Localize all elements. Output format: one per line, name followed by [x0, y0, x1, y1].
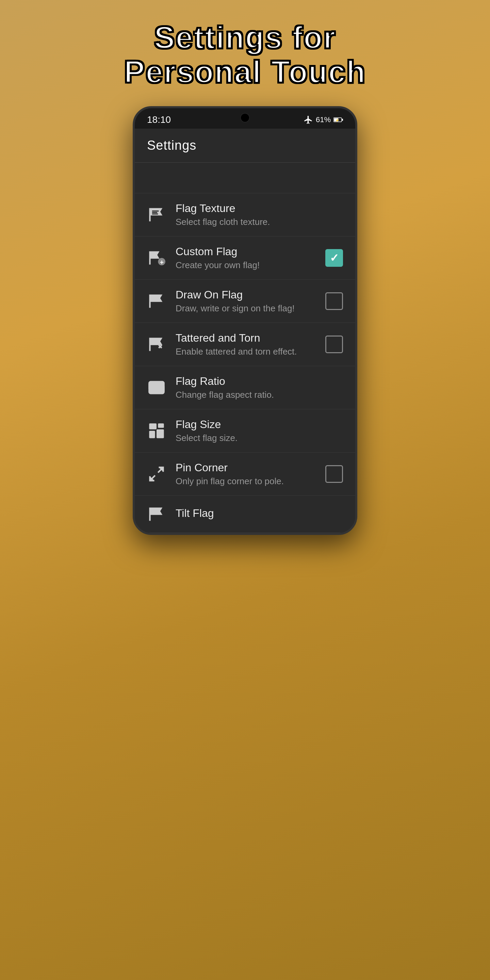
settings-item-custom-flag[interactable]: + Custom Flag Create your own flag!: [135, 237, 355, 280]
tilt-flag-icon: [147, 504, 166, 524]
custom-flag-subtitle: Create your own flag!: [176, 260, 316, 270]
tattered-torn-text: Tattered and Torn Enable tattered and to…: [176, 332, 316, 357]
custom-flag-title: Custom Flag: [176, 245, 316, 258]
pin-corner-text: Pin Corner Only pin flag corner to pole.: [176, 461, 316, 487]
settings-list: Flag Texture Select flag cloth texture. …: [135, 193, 355, 533]
svg-text:⚡: ⚡: [335, 118, 340, 123]
status-bar: 18:10 61% ⚡: [135, 108, 355, 129]
tattered-torn-title: Tattered and Torn: [176, 332, 316, 344]
svg-rect-15: [156, 430, 164, 438]
settings-item-pin-corner[interactable]: Pin Corner Only pin flag corner to pole.: [135, 453, 355, 496]
draw-on-flag-checkbox[interactable]: [325, 292, 343, 310]
svg-rect-12: [149, 424, 156, 430]
flag-size-subtitle: Select flag size.: [176, 433, 343, 443]
settings-item-draw-on-flag[interactable]: Draw On Flag Draw, write or sign on the …: [135, 280, 355, 323]
tilt-flag-title: Tilt Flag: [176, 507, 343, 520]
draw-on-flag-text: Draw On Flag Draw, write or sign on the …: [176, 288, 316, 314]
status-icons: 61% ⚡: [304, 115, 343, 124]
settings-item-flag-texture[interactable]: Flag Texture Select flag cloth texture.: [135, 193, 355, 237]
svg-rect-14: [149, 431, 155, 438]
flag-size-text: Flag Size Select flag size.: [176, 418, 343, 443]
draw-on-flag-title: Draw On Flag: [176, 288, 316, 301]
page-title: Settings for Personal Touch: [97, 0, 393, 106]
custom-flag-checkbox[interactable]: [325, 249, 343, 267]
battery-text: 61%: [316, 115, 331, 124]
phone-frame: 18:10 61% ⚡ Settings: [133, 106, 357, 535]
svg-rect-2: [342, 119, 343, 121]
camera-notch: [240, 113, 250, 123]
flag-size-icon: [147, 421, 166, 440]
expand-icon: [147, 465, 166, 484]
status-time: 18:10: [147, 115, 171, 125]
aspect-ratio-icon: [147, 378, 166, 397]
flag-ratio-text: Flag Ratio Change flag aspect ratio.: [176, 375, 343, 400]
flag-ratio-title: Flag Ratio: [176, 375, 343, 388]
svg-rect-13: [158, 424, 164, 428]
flag-texture-title: Flag Texture: [176, 202, 343, 215]
airplane-icon: [304, 115, 313, 124]
flag-texture-subtitle: Select flag cloth texture.: [176, 217, 343, 227]
flag-size-title: Flag Size: [176, 418, 343, 431]
flag-x-icon: [147, 335, 166, 354]
draw-on-flag-subtitle: Draw, write or sign on the flag!: [176, 303, 316, 314]
flag-wave-icon: [147, 292, 166, 311]
custom-flag-text: Custom Flag Create your own flag!: [176, 245, 316, 270]
flag-ratio-subtitle: Change flag aspect ratio.: [176, 390, 343, 400]
settings-item-flag-ratio[interactable]: Flag Ratio Change flag aspect ratio.: [135, 366, 355, 409]
settings-item-flag-size[interactable]: Flag Size Select flag size.: [135, 409, 355, 453]
pin-corner-subtitle: Only pin flag corner to pole.: [176, 476, 316, 487]
settings-item-tilt-flag[interactable]: Tilt Flag: [135, 496, 355, 533]
flag-texture-icon: [147, 205, 166, 224]
svg-rect-11: [149, 382, 164, 394]
app-bar: Settings: [135, 129, 355, 163]
tattered-torn-subtitle: Enable tattered and torn effect.: [176, 347, 316, 357]
battery-icon: ⚡: [334, 117, 343, 123]
tattered-torn-checkbox[interactable]: [325, 336, 343, 353]
app-bar-title: Settings: [147, 138, 343, 153]
settings-empty-section: [135, 163, 355, 193]
pin-corner-title: Pin Corner: [176, 461, 316, 474]
settings-item-tattered-torn[interactable]: Tattered and Torn Enable tattered and to…: [135, 323, 355, 366]
flag-plus-icon: +: [147, 248, 166, 267]
flag-texture-text: Flag Texture Select flag cloth texture.: [176, 202, 343, 227]
svg-text:+: +: [160, 259, 164, 266]
pin-corner-checkbox[interactable]: [325, 465, 343, 483]
tilt-flag-text: Tilt Flag: [176, 507, 343, 522]
